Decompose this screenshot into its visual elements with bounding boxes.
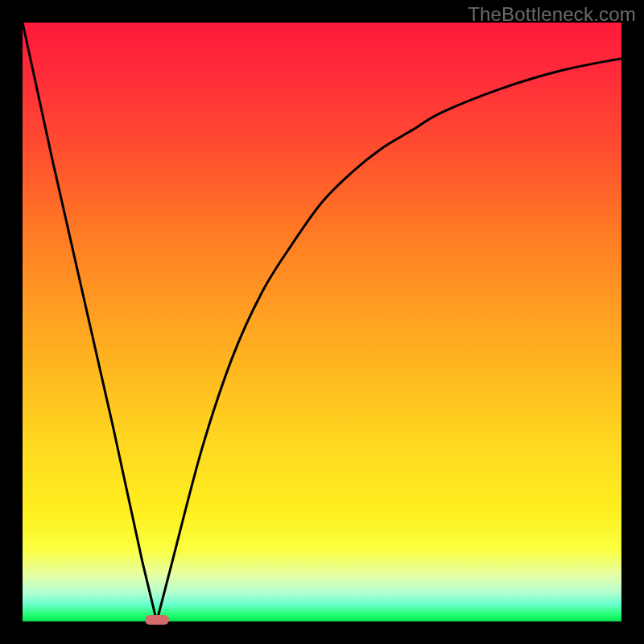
curve-path bbox=[23, 23, 621, 621]
plot-area bbox=[23, 23, 621, 621]
bottleneck-curve bbox=[23, 23, 621, 621]
optimal-point-marker bbox=[145, 615, 169, 625]
